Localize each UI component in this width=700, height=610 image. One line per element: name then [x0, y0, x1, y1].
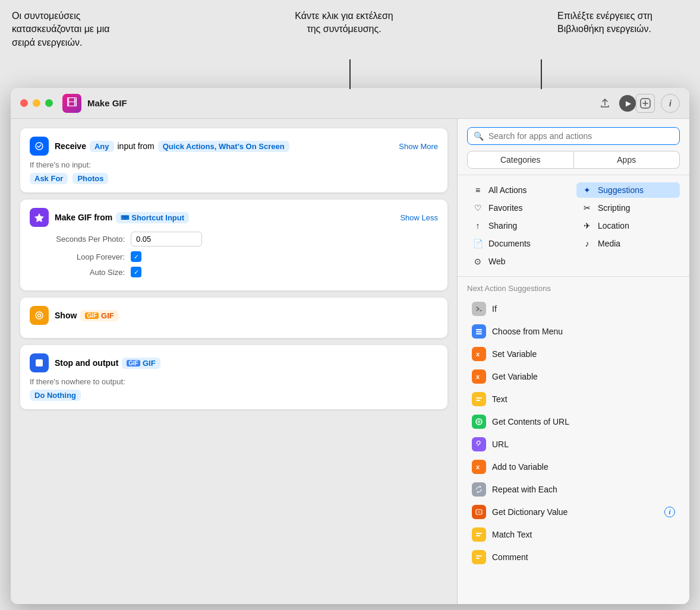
show-more-button[interactable]: Show More — [399, 142, 438, 151]
get-dict-info-button[interactable]: i — [664, 507, 675, 517]
receive-any-tag[interactable]: Any — [90, 141, 114, 152]
search-bar[interactable]: 🔍 — [467, 127, 680, 145]
receive-source-tag[interactable]: Quick Actions, What's On Screen — [158, 141, 289, 152]
category-suggestions[interactable]: ✦ Suggestions — [576, 182, 680, 198]
documents-icon: 📄 — [472, 239, 484, 248]
receive-card-title-row: Receive Any input from Quick Actions, Wh… — [55, 141, 438, 152]
titlebar-buttons: ▶ — [597, 95, 636, 112]
loop-label: Loop Forever: — [36, 252, 125, 261]
categories-grid: ≡ All Actions ✦ Suggestions ♡ Favorites — [467, 182, 680, 269]
category-favorites[interactable]: ♡ Favorites — [467, 200, 570, 216]
category-web-label: Web — [488, 257, 506, 266]
suggestion-choose-menu[interactable]: Choose from Menu — [462, 320, 685, 343]
suggestion-get-variable[interactable]: x Get Variable — [462, 365, 685, 388]
suggestion-if[interactable]: If — [462, 298, 685, 320]
set-variable-icon: x — [472, 347, 486, 361]
add-action-button[interactable] — [636, 94, 655, 113]
svg-rect-5 — [476, 331, 482, 333]
shortcut-input-tag[interactable]: ⌨ Shortcut Input — [116, 212, 189, 223]
run-button[interactable]: ▶ — [619, 95, 636, 112]
right-panel-header-buttons: i — [636, 94, 680, 113]
show-gif-tag[interactable]: GIF GIF — [80, 310, 118, 321]
category-location[interactable]: ✈ Location — [576, 218, 680, 233]
stop-gif-tag[interactable]: GIF GIF — [122, 358, 160, 369]
svg-text:x: x — [476, 373, 480, 380]
tab-row: Categories Apps — [467, 151, 680, 169]
category-web[interactable]: ⊙ Web — [467, 254, 570, 269]
get-url-icon — [472, 415, 486, 429]
search-input[interactable] — [488, 131, 673, 141]
autosize-checkbox[interactable]: ✓ — [131, 267, 141, 277]
minimize-button[interactable] — [33, 99, 40, 107]
svg-rect-9 — [476, 397, 482, 399]
svg-rect-14 — [476, 533, 482, 534]
sharing-icon: ↑ — [472, 221, 484, 230]
category-media[interactable]: ♪ Media — [576, 236, 680, 251]
suggestion-text-label: Text — [492, 394, 675, 404]
scripting-icon: ✂ — [581, 203, 593, 213]
show-less-button[interactable]: Show Less — [400, 213, 438, 222]
maximize-button[interactable] — [45, 99, 53, 107]
svg-rect-17 — [476, 558, 480, 559]
tab-categories[interactable]: Categories — [467, 151, 574, 169]
suggestion-url[interactable]: URL — [462, 433, 685, 456]
category-scripting-label: Scripting — [598, 203, 630, 213]
web-icon: ⊙ — [472, 257, 484, 266]
suggestion-add-variable-label: Add to Variable — [492, 462, 675, 472]
seconds-input[interactable] — [131, 232, 202, 246]
category-sharing-label: Sharing — [488, 221, 517, 230]
suggestion-set-variable[interactable]: x Set Variable — [462, 343, 685, 365]
show-text: Show — [55, 311, 77, 320]
svg-rect-10 — [476, 400, 480, 401]
svg-rect-16 — [476, 555, 482, 557]
show-card: Show GIF GIF — [20, 298, 447, 338]
comment-icon — [472, 550, 486, 564]
receive-input-text: input from — [118, 141, 154, 151]
category-sharing[interactable]: ↑ Sharing — [467, 218, 570, 233]
info-button[interactable]: i — [661, 94, 680, 113]
category-documents[interactable]: 📄 Documents — [467, 236, 570, 251]
suggestion-add-variable[interactable]: x Add to Variable — [462, 456, 685, 478]
suggestions-icon: ✦ — [581, 185, 593, 195]
autosize-label: Auto Size: — [36, 268, 125, 277]
ask-for-tag[interactable]: Ask For — [30, 173, 68, 184]
ask-for-row: Ask For Photos — [30, 173, 438, 184]
receive-card-icon — [30, 137, 49, 156]
category-media-label: Media — [598, 239, 620, 248]
receive-card-header: Receive Any input from Quick Actions, Wh… — [30, 137, 438, 156]
content-area: Receive Any input from Quick Actions, Wh… — [11, 119, 689, 604]
suggestion-match-text[interactable]: Match Text — [462, 523, 685, 546]
repeat-icon — [472, 482, 486, 497]
make-gif-text: Make GIF from — [55, 213, 112, 222]
left-panel: Receive Any input from Quick Actions, Wh… — [11, 119, 458, 604]
loop-checkbox[interactable]: ✓ — [131, 251, 141, 262]
suggestion-text[interactable]: Text — [462, 388, 685, 410]
do-nothing-tag[interactable]: Do Nothing — [30, 390, 81, 401]
suggestion-get-url-label: Get Contents of URL — [492, 417, 675, 426]
choose-menu-icon — [472, 324, 486, 339]
suggestion-get-variable-label: Get Variable — [492, 372, 675, 381]
receive-text: Receive — [55, 141, 86, 151]
receive-label: Receive Any input from Quick Actions, Wh… — [55, 141, 289, 152]
category-scripting[interactable]: ✂ Scripting — [576, 200, 680, 216]
callout-line-center — [349, 59, 351, 89]
show-card-header: Show GIF GIF — [30, 306, 438, 325]
tab-apps[interactable]: Apps — [574, 151, 680, 169]
suggestion-get-dict[interactable]: Get Dictionary Value i — [462, 501, 685, 523]
right-panel-header: 🔍 Categories Apps — [458, 119, 689, 175]
app-icon: 🎞 — [62, 94, 81, 113]
favorites-icon: ♡ — [472, 203, 484, 213]
add-variable-icon: x — [472, 460, 486, 474]
close-button[interactable] — [20, 99, 28, 107]
suggestion-comment[interactable]: Comment — [462, 546, 685, 568]
suggestion-repeat[interactable]: Repeat with Each — [462, 478, 685, 501]
suggestion-get-url[interactable]: Get Contents of URL — [462, 410, 685, 433]
no-input-row: If there's no input: Ask For Photos — [30, 160, 438, 184]
photos-tag[interactable]: Photos — [72, 173, 108, 184]
right-panel: 🔍 Categories Apps ≡ All Actions — [458, 119, 689, 604]
annotation-center: Κάντε κλικ για εκτέλεση της συντόμευσης. — [291, 10, 398, 88]
share-button[interactable] — [597, 95, 613, 112]
category-all-actions[interactable]: ≡ All Actions — [467, 182, 570, 198]
no-output-row: If there's nowhere to output: Do Nothing — [30, 377, 438, 401]
seconds-row: Seconds Per Photo: — [30, 232, 438, 246]
